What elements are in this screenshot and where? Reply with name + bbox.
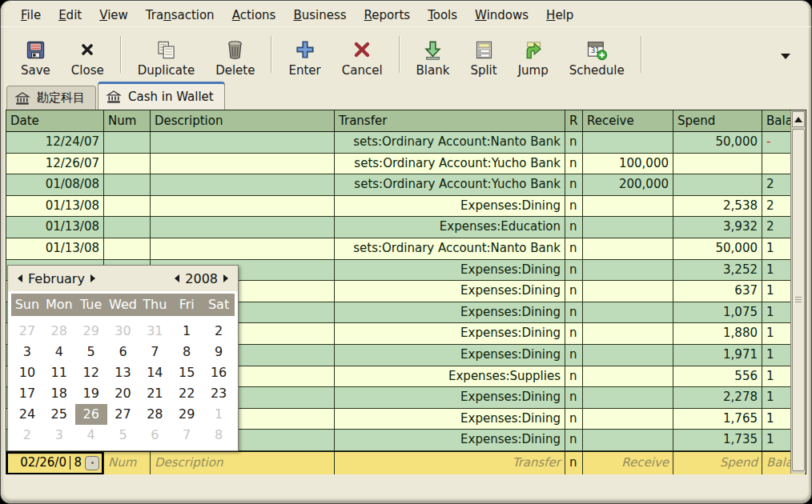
calendar-day[interactable]: 1 xyxy=(171,321,203,342)
calendar-day[interactable]: 28 xyxy=(43,321,75,342)
toolbar-overflow-button[interactable] xyxy=(776,47,803,62)
prev-year-arrow-icon[interactable] xyxy=(175,274,179,282)
calendar-day[interactable]: 4 xyxy=(43,342,75,362)
transaction-row[interactable]: 12/26/07sets:Ordinary Account:Yucho Bank… xyxy=(6,154,806,175)
menu-file[interactable]: File xyxy=(12,5,50,26)
calendar-day[interactable]: 1 xyxy=(203,404,235,425)
transfer-cell: Expenses:Supplies xyxy=(335,366,565,387)
spend-cell: 556 xyxy=(673,366,762,387)
reconcile-input[interactable]: n xyxy=(565,452,583,474)
calendar-day[interactable]: 15 xyxy=(171,362,203,383)
date-cell: 12/24/07 xyxy=(6,132,104,153)
menu-transaction[interactable]: Transaction xyxy=(137,5,223,26)
calendar-day[interactable]: 3 xyxy=(43,425,75,446)
num-column-header[interactable]: Num xyxy=(104,110,151,131)
blank-button[interactable]: Blank xyxy=(406,29,460,80)
date-picker-button[interactable] xyxy=(85,456,99,470)
transaction-row[interactable]: 01/13/08Expenses:Diningn2,5382 xyxy=(6,196,806,218)
jump-button[interactable]: Jump xyxy=(508,29,559,80)
reconcile-cell: n xyxy=(565,366,583,387)
menu-help[interactable]: Help xyxy=(537,5,582,26)
tab-bar: 勘定科目Cash in Wallet xyxy=(1,80,811,110)
calendar-day[interactable]: 21 xyxy=(139,383,171,404)
calendar-day[interactable]: 10 xyxy=(11,362,43,383)
schedule-button[interactable]: 31Schedule xyxy=(559,29,635,80)
transfer-input[interactable]: Transfer xyxy=(335,452,565,474)
calendar-day[interactable]: 29 xyxy=(171,404,203,425)
transaction-row[interactable]: 01/13/08sets:Ordinary Account:Nanto Bank… xyxy=(6,238,806,260)
close-button[interactable]: Close xyxy=(61,29,115,80)
calendar-day[interactable]: 2 xyxy=(11,425,43,446)
calendar-day-selected[interactable]: 26 xyxy=(75,404,107,425)
next-month-arrow-icon[interactable] xyxy=(90,274,95,282)
calendar-day[interactable]: 3 xyxy=(11,342,43,362)
menu-windows[interactable]: Windows xyxy=(466,5,537,26)
reconcile-column-header[interactable]: R xyxy=(565,110,583,131)
calendar-day[interactable]: 30 xyxy=(107,321,139,342)
calendar-day[interactable]: 13 xyxy=(107,362,139,383)
prev-month-arrow-icon[interactable] xyxy=(18,274,22,282)
calendar-day[interactable]: 2 xyxy=(203,321,235,342)
calendar-day[interactable]: 7 xyxy=(139,342,171,362)
receive-input[interactable]: Receive xyxy=(583,452,673,474)
duplicate-button[interactable]: Duplicate xyxy=(127,29,205,80)
calendar-day[interactable]: 8 xyxy=(171,342,203,362)
date-input[interactable]: 02/26/08 xyxy=(6,452,104,474)
transaction-row[interactable]: 01/13/08Expenses:Educationn3,9322 xyxy=(6,217,806,238)
scrollbar-thumb[interactable] xyxy=(792,129,805,471)
tab-cash-in-wallet[interactable]: Cash in Wallet xyxy=(98,82,225,110)
menu-reports[interactable]: Reports xyxy=(356,5,420,26)
calendar-day[interactable]: 6 xyxy=(107,342,139,362)
calendar-day[interactable]: 9 xyxy=(203,342,235,362)
calendar-day[interactable]: 16 xyxy=(203,362,235,383)
calendar-day[interactable]: 19 xyxy=(75,383,107,404)
calendar-day[interactable]: 27 xyxy=(107,404,139,425)
cancel-button[interactable]: Cancel xyxy=(332,29,393,80)
enter-plus-icon xyxy=(295,38,316,62)
transaction-row[interactable]: 01/08/08sets:Ordinary Account:Yucho Bank… xyxy=(6,174,806,196)
calendar-day[interactable]: 18 xyxy=(43,383,75,404)
transfer-column-header[interactable]: Transfer xyxy=(335,110,565,131)
calendar-day[interactable]: 7 xyxy=(171,425,203,446)
calendar-day[interactable]: 14 xyxy=(139,362,171,383)
save-button[interactable]: Save xyxy=(10,29,61,80)
calendar-day[interactable]: 27 xyxy=(11,321,43,342)
next-year-arrow-icon[interactable] xyxy=(223,274,228,282)
calendar-day[interactable]: 17 xyxy=(11,383,43,404)
calendar-day[interactable]: 12 xyxy=(75,362,107,383)
vertical-scrollbar[interactable] xyxy=(790,110,806,474)
menu-view[interactable]: View xyxy=(90,5,137,26)
scroll-up-button[interactable] xyxy=(792,111,805,127)
enter-button[interactable]: Enter xyxy=(278,29,331,80)
calendar-day[interactable]: 5 xyxy=(75,342,107,362)
description-column-header[interactable]: Description xyxy=(151,110,335,131)
calendar-day[interactable]: 29 xyxy=(75,321,107,342)
delete-button[interactable]: Delete xyxy=(205,29,265,80)
transaction-row[interactable]: 12/24/07sets:Ordinary Account:Nanto Bank… xyxy=(6,132,806,154)
menu-edit[interactable]: Edit xyxy=(50,5,90,26)
description-input[interactable]: Description xyxy=(151,452,335,474)
tab-item[interactable]: 勘定科目 xyxy=(6,86,96,110)
calendar-day[interactable]: 23 xyxy=(203,383,235,404)
calendar-day[interactable]: 4 xyxy=(75,425,107,446)
menu-business[interactable]: Business xyxy=(284,5,355,26)
menu-tools[interactable]: Tools xyxy=(419,5,466,26)
calendar-day[interactable]: 24 xyxy=(11,404,43,425)
date-column-header[interactable]: Date xyxy=(6,110,104,131)
num-input[interactable]: Num xyxy=(104,452,151,474)
reconcile-cell: n xyxy=(565,345,583,366)
calendar-day[interactable]: 31 xyxy=(139,321,171,342)
calendar-day[interactable]: 5 xyxy=(107,425,139,446)
receive-column-header[interactable]: Receive xyxy=(583,110,673,131)
calendar-day[interactable]: 8 xyxy=(203,425,235,446)
calendar-day[interactable]: 20 xyxy=(107,383,139,404)
calendar-day[interactable]: 25 xyxy=(43,404,75,425)
menu-actions[interactable]: Actions xyxy=(223,5,285,26)
split-button[interactable]: Split xyxy=(460,29,507,80)
calendar-day[interactable]: 22 xyxy=(171,383,203,404)
calendar-day[interactable]: 6 xyxy=(139,425,171,446)
spend-column-header[interactable]: Spend xyxy=(673,110,762,131)
calendar-day[interactable]: 28 xyxy=(139,404,171,425)
calendar-day[interactable]: 11 xyxy=(43,362,75,383)
spend-input[interactable]: Spend xyxy=(673,452,762,474)
